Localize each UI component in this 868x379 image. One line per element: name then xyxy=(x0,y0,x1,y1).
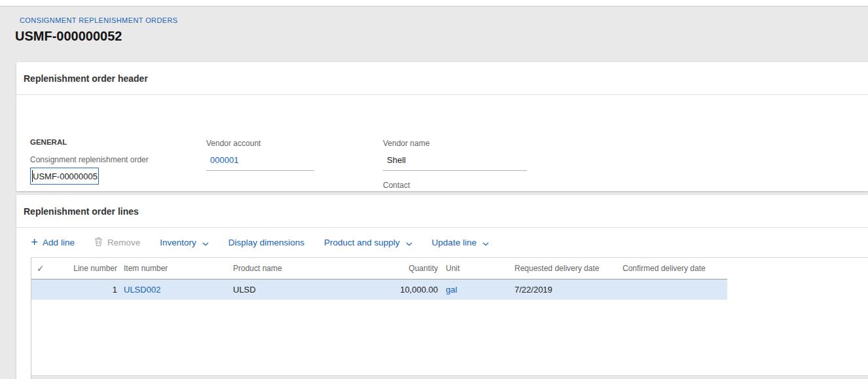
order-field-label: Consignment replenishment order xyxy=(30,155,149,164)
replenishment-order-lines-panel: Replenishment order lines + Add line Rem… xyxy=(16,195,868,379)
top-strip xyxy=(0,0,868,7)
update-line-label: Update line xyxy=(432,238,477,247)
cell-item-number[interactable]: ULSD002 xyxy=(124,285,233,295)
cell-unit[interactable]: gal xyxy=(438,285,515,295)
grid-header-row: ✓ Line number Item number Product name Q… xyxy=(31,258,727,280)
chevron-down-icon xyxy=(406,238,412,248)
page-title: USMF-000000052 xyxy=(15,29,122,44)
lines-toolbar: + Add line Remove Inventory Display dime… xyxy=(31,228,868,258)
column-header-unit[interactable]: Unit xyxy=(438,264,515,273)
add-line-label: Add line xyxy=(43,238,75,247)
order-number-field-wrap xyxy=(30,168,99,185)
trash-icon xyxy=(94,237,103,249)
item-number-link[interactable]: ULSD002 xyxy=(124,285,160,295)
remove-button[interactable]: Remove xyxy=(94,237,140,249)
vendor-account-link[interactable]: 000001 xyxy=(210,155,238,165)
horizontal-scrollbar[interactable] xyxy=(31,375,868,379)
inventory-label: Inventory xyxy=(160,238,196,247)
column-header-item-number[interactable]: Item number xyxy=(124,264,233,273)
cell-line-number: 1 xyxy=(66,285,124,295)
chevron-down-icon xyxy=(202,238,209,248)
column-header-confirmed-delivery-date[interactable]: Confirmed delivery date xyxy=(623,264,727,273)
unit-link[interactable]: gal xyxy=(446,285,457,295)
general-group-label: GENERAL xyxy=(30,138,67,146)
vendor-name-field: Shell xyxy=(383,154,527,171)
update-line-menu-button[interactable]: Update line xyxy=(432,238,489,247)
checkmark-icon: ✓ xyxy=(37,263,45,274)
column-header-requested-delivery-date[interactable]: Requested delivery date xyxy=(515,264,623,273)
vendor-name-label: Vendor name xyxy=(383,139,429,148)
vendor-account-field: 000001 xyxy=(206,154,314,171)
inventory-menu-button[interactable]: Inventory xyxy=(160,238,209,247)
contact-label: Contact xyxy=(383,181,410,190)
page-header: CONSIGNMENT REPLENISHMENT ORDERS USMF-00… xyxy=(0,7,868,62)
vendor-account-label: Vendor account xyxy=(206,139,261,148)
cell-requested-delivery-date[interactable]: 7/22/2019 xyxy=(515,285,623,295)
chevron-down-icon xyxy=(482,238,489,248)
order-number-input[interactable] xyxy=(30,168,99,185)
column-header-product-name[interactable]: Product name xyxy=(233,264,367,273)
cell-quantity[interactable]: 10,000.00 xyxy=(367,285,438,295)
lines-grid: ✓ Line number Item number Product name Q… xyxy=(31,258,868,379)
product-and-supply-label: Product and supply xyxy=(324,238,400,247)
display-dimensions-label: Display dimensions xyxy=(228,238,304,247)
column-header-line-number[interactable]: Line number xyxy=(66,264,124,273)
select-all-header[interactable]: ✓ xyxy=(31,263,66,274)
section-title-header[interactable]: Replenishment order header xyxy=(16,62,868,95)
replenishment-order-header-panel: Replenishment order header GENERAL Consi… xyxy=(16,62,868,191)
table-row[interactable]: 1 ULSD002 ULSD 10,000.00 gal 7/22/2019 xyxy=(31,280,727,300)
breadcrumb: CONSIGNMENT REPLENISHMENT ORDERS xyxy=(20,16,178,24)
cell-product-name: ULSD xyxy=(233,285,367,295)
section-title-lines[interactable]: Replenishment order lines xyxy=(16,195,868,228)
add-line-button[interactable]: + Add line xyxy=(31,236,75,249)
product-and-supply-menu-button[interactable]: Product and supply xyxy=(324,238,412,247)
remove-label: Remove xyxy=(107,238,140,247)
column-header-quantity[interactable]: Quantity xyxy=(367,264,438,273)
text-caret xyxy=(32,170,33,182)
display-dimensions-button[interactable]: Display dimensions xyxy=(228,238,304,247)
plus-icon: + xyxy=(31,236,38,248)
